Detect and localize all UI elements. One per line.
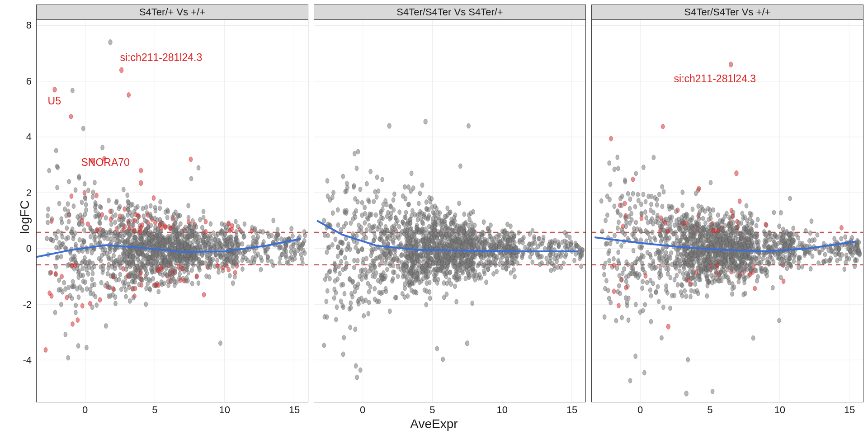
svg-point-3140 (360, 277, 363, 282)
svg-point-1094 (127, 282, 130, 287)
svg-point-3688 (634, 354, 637, 359)
svg-point-4342 (634, 302, 637, 307)
svg-point-4843 (689, 224, 693, 229)
svg-point-1611 (154, 253, 158, 258)
svg-point-451 (291, 234, 295, 239)
svg-point-4796 (685, 238, 689, 243)
svg-point-3049 (359, 187, 362, 192)
svg-point-2460 (356, 258, 359, 263)
svg-point-19 (104, 215, 108, 220)
svg-point-2942 (357, 302, 361, 307)
svg-point-3930 (665, 266, 668, 271)
svg-point-1604 (203, 234, 207, 239)
svg-point-1302 (85, 345, 89, 350)
svg-point-3502 (624, 279, 628, 284)
svg-point-1001 (114, 259, 118, 264)
svg-point-1505 (137, 282, 141, 287)
svg-point-4646 (654, 289, 658, 294)
svg-point-2113 (325, 250, 329, 255)
svg-point-2811 (433, 277, 436, 282)
svg-point-4741 (738, 268, 741, 273)
svg-point-2589 (427, 224, 431, 229)
svg-point-3530 (705, 293, 709, 298)
svg-point-925 (121, 214, 124, 219)
svg-point-4506 (605, 241, 609, 246)
svg-point-3003 (355, 375, 359, 380)
svg-point-2568 (498, 262, 501, 267)
svg-point-3187 (563, 254, 567, 259)
svg-point-3504 (662, 189, 665, 194)
svg-point-3394 (604, 261, 607, 266)
svg-point-2681 (415, 290, 418, 295)
svg-point-4785 (708, 208, 712, 212)
svg-point-4762 (664, 259, 668, 264)
svg-point-1492 (184, 225, 188, 230)
svg-point-1156 (270, 233, 274, 238)
svg-point-1973 (360, 200, 364, 205)
svg-point-4691 (755, 240, 759, 245)
svg-point-3176 (512, 234, 516, 239)
svg-point-1553 (99, 280, 103, 285)
svg-point-1479 (71, 321, 75, 326)
svg-point-3498 (616, 226, 620, 231)
svg-point-4717 (719, 270, 723, 275)
svg-point-3509 (600, 229, 604, 234)
svg-point-4736 (745, 226, 749, 231)
svg-point-3022 (530, 242, 533, 247)
x-tick-label: 15 (289, 404, 300, 416)
svg-point-3016 (412, 274, 416, 278)
svg-point-4305 (853, 264, 857, 269)
svg-point-4347 (669, 224, 672, 229)
x-axis-tick-group: 051015 (36, 404, 308, 417)
svg-point-1077 (127, 222, 131, 226)
svg-point-1274 (230, 227, 234, 232)
svg-point-4246 (757, 261, 761, 266)
svg-point-1293 (130, 213, 134, 218)
svg-point-619 (113, 220, 117, 225)
x-tick-label: 5 (707, 404, 712, 416)
svg-point-1332 (139, 270, 142, 275)
svg-point-4808 (743, 252, 747, 257)
svg-point-3353 (604, 218, 608, 223)
svg-point-1179 (101, 145, 104, 150)
svg-point-4832 (619, 212, 623, 217)
svg-point-4815 (712, 240, 715, 245)
svg-point-1041 (112, 273, 115, 278)
svg-point-1066 (61, 289, 64, 294)
svg-point-4170 (731, 282, 734, 287)
svg-point-4530 (709, 180, 712, 185)
svg-point-776 (146, 260, 150, 265)
svg-point-1070 (251, 235, 255, 240)
svg-point-4706 (668, 206, 671, 211)
svg-point-1536 (262, 240, 265, 245)
svg-point-4640 (722, 244, 725, 249)
svg-point-4328 (657, 250, 661, 255)
svg-point-3190 (414, 230, 418, 235)
svg-point-1580 (251, 255, 255, 260)
svg-point-1366 (48, 270, 52, 275)
svg-point-2570 (323, 314, 326, 319)
svg-point-4827 (734, 235, 737, 240)
svg-point-1583 (127, 260, 131, 265)
svg-point-3195 (489, 253, 493, 258)
y-tick-label: -4 (23, 354, 32, 366)
svg-point-2809 (478, 272, 481, 277)
svg-point-4432 (755, 234, 759, 239)
svg-point-3811 (678, 269, 681, 274)
svg-point-1596 (281, 252, 284, 257)
svg-point-3146 (533, 241, 537, 245)
svg-point-1591 (208, 264, 212, 269)
svg-point-2931 (401, 266, 405, 271)
svg-point-629 (66, 263, 70, 268)
svg-point-4553 (624, 216, 627, 221)
svg-point-4446 (736, 274, 739, 278)
svg-point-3037 (427, 213, 431, 218)
svg-point-3081 (386, 228, 389, 233)
svg-point-1601 (284, 244, 288, 249)
svg-point-1365 (54, 148, 58, 153)
svg-point-4746 (641, 286, 644, 291)
svg-point-3180 (373, 286, 377, 291)
svg-point-1467 (190, 268, 194, 273)
svg-point-4846 (731, 258, 734, 263)
svg-point-3001 (351, 217, 355, 222)
